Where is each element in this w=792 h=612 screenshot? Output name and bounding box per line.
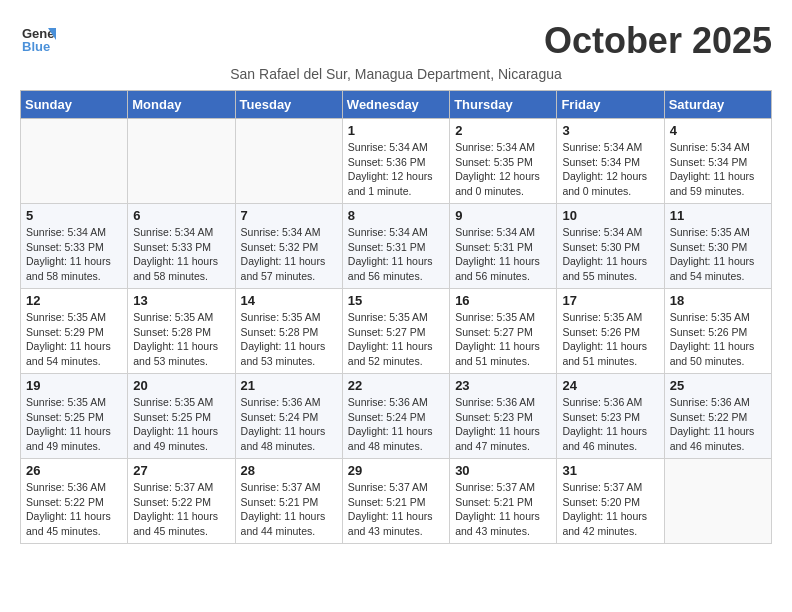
day-cell: 12Sunrise: 5:35 AM Sunset: 5:29 PM Dayli…	[21, 289, 128, 374]
week-row-3: 12Sunrise: 5:35 AM Sunset: 5:29 PM Dayli…	[21, 289, 772, 374]
day-info: Sunrise: 5:35 AM Sunset: 5:25 PM Dayligh…	[133, 395, 229, 454]
header-friday: Friday	[557, 91, 664, 119]
day-info: Sunrise: 5:35 AM Sunset: 5:28 PM Dayligh…	[133, 310, 229, 369]
day-cell: 25Sunrise: 5:36 AM Sunset: 5:22 PM Dayli…	[664, 374, 771, 459]
day-cell: 24Sunrise: 5:36 AM Sunset: 5:23 PM Dayli…	[557, 374, 664, 459]
day-cell	[664, 459, 771, 544]
day-cell: 28Sunrise: 5:37 AM Sunset: 5:21 PM Dayli…	[235, 459, 342, 544]
day-info: Sunrise: 5:34 AM Sunset: 5:34 PM Dayligh…	[670, 140, 766, 199]
week-row-1: 1Sunrise: 5:34 AM Sunset: 5:36 PM Daylig…	[21, 119, 772, 204]
day-cell: 11Sunrise: 5:35 AM Sunset: 5:30 PM Dayli…	[664, 204, 771, 289]
day-cell: 7Sunrise: 5:34 AM Sunset: 5:32 PM Daylig…	[235, 204, 342, 289]
day-cell: 6Sunrise: 5:34 AM Sunset: 5:33 PM Daylig…	[128, 204, 235, 289]
day-cell: 13Sunrise: 5:35 AM Sunset: 5:28 PM Dayli…	[128, 289, 235, 374]
week-row-5: 26Sunrise: 5:36 AM Sunset: 5:22 PM Dayli…	[21, 459, 772, 544]
day-cell: 27Sunrise: 5:37 AM Sunset: 5:22 PM Dayli…	[128, 459, 235, 544]
day-info: Sunrise: 5:35 AM Sunset: 5:26 PM Dayligh…	[562, 310, 658, 369]
day-cell: 5Sunrise: 5:34 AM Sunset: 5:33 PM Daylig…	[21, 204, 128, 289]
day-info: Sunrise: 5:34 AM Sunset: 5:34 PM Dayligh…	[562, 140, 658, 199]
svg-text:Blue: Blue	[22, 39, 50, 54]
header-thursday: Thursday	[450, 91, 557, 119]
day-info: Sunrise: 5:36 AM Sunset: 5:24 PM Dayligh…	[241, 395, 337, 454]
day-number: 1	[348, 123, 444, 138]
day-cell	[235, 119, 342, 204]
day-number: 24	[562, 378, 658, 393]
day-number: 18	[670, 293, 766, 308]
day-cell: 29Sunrise: 5:37 AM Sunset: 5:21 PM Dayli…	[342, 459, 449, 544]
day-info: Sunrise: 5:34 AM Sunset: 5:33 PM Dayligh…	[26, 225, 122, 284]
day-info: Sunrise: 5:35 AM Sunset: 5:29 PM Dayligh…	[26, 310, 122, 369]
day-number: 28	[241, 463, 337, 478]
day-cell: 2Sunrise: 5:34 AM Sunset: 5:35 PM Daylig…	[450, 119, 557, 204]
day-cell: 14Sunrise: 5:35 AM Sunset: 5:28 PM Dayli…	[235, 289, 342, 374]
day-cell: 17Sunrise: 5:35 AM Sunset: 5:26 PM Dayli…	[557, 289, 664, 374]
logo-icon: General Blue	[20, 20, 56, 56]
day-info: Sunrise: 5:34 AM Sunset: 5:31 PM Dayligh…	[348, 225, 444, 284]
day-info: Sunrise: 5:37 AM Sunset: 5:21 PM Dayligh…	[241, 480, 337, 539]
header-monday: Monday	[128, 91, 235, 119]
day-number: 20	[133, 378, 229, 393]
day-info: Sunrise: 5:37 AM Sunset: 5:21 PM Dayligh…	[455, 480, 551, 539]
day-number: 3	[562, 123, 658, 138]
page-header: General Blue October 2025	[20, 20, 772, 62]
day-number: 17	[562, 293, 658, 308]
day-number: 31	[562, 463, 658, 478]
header-row: SundayMondayTuesdayWednesdayThursdayFrid…	[21, 91, 772, 119]
header-wednesday: Wednesday	[342, 91, 449, 119]
day-cell: 22Sunrise: 5:36 AM Sunset: 5:24 PM Dayli…	[342, 374, 449, 459]
day-number: 30	[455, 463, 551, 478]
calendar-body: 1Sunrise: 5:34 AM Sunset: 5:36 PM Daylig…	[21, 119, 772, 544]
day-cell: 19Sunrise: 5:35 AM Sunset: 5:25 PM Dayli…	[21, 374, 128, 459]
day-cell: 1Sunrise: 5:34 AM Sunset: 5:36 PM Daylig…	[342, 119, 449, 204]
day-number: 2	[455, 123, 551, 138]
day-cell: 31Sunrise: 5:37 AM Sunset: 5:20 PM Dayli…	[557, 459, 664, 544]
day-cell: 21Sunrise: 5:36 AM Sunset: 5:24 PM Dayli…	[235, 374, 342, 459]
day-info: Sunrise: 5:34 AM Sunset: 5:31 PM Dayligh…	[455, 225, 551, 284]
day-number: 14	[241, 293, 337, 308]
day-info: Sunrise: 5:37 AM Sunset: 5:22 PM Dayligh…	[133, 480, 229, 539]
calendar-table: SundayMondayTuesdayWednesdayThursdayFrid…	[20, 90, 772, 544]
day-number: 29	[348, 463, 444, 478]
day-number: 26	[26, 463, 122, 478]
day-number: 22	[348, 378, 444, 393]
day-info: Sunrise: 5:34 AM Sunset: 5:36 PM Dayligh…	[348, 140, 444, 199]
day-cell: 15Sunrise: 5:35 AM Sunset: 5:27 PM Dayli…	[342, 289, 449, 374]
day-number: 11	[670, 208, 766, 223]
day-number: 10	[562, 208, 658, 223]
day-cell: 16Sunrise: 5:35 AM Sunset: 5:27 PM Dayli…	[450, 289, 557, 374]
day-info: Sunrise: 5:34 AM Sunset: 5:35 PM Dayligh…	[455, 140, 551, 199]
day-cell: 26Sunrise: 5:36 AM Sunset: 5:22 PM Dayli…	[21, 459, 128, 544]
day-number: 6	[133, 208, 229, 223]
day-info: Sunrise: 5:36 AM Sunset: 5:23 PM Dayligh…	[455, 395, 551, 454]
day-cell: 18Sunrise: 5:35 AM Sunset: 5:26 PM Dayli…	[664, 289, 771, 374]
day-number: 12	[26, 293, 122, 308]
day-info: Sunrise: 5:36 AM Sunset: 5:23 PM Dayligh…	[562, 395, 658, 454]
week-row-2: 5Sunrise: 5:34 AM Sunset: 5:33 PM Daylig…	[21, 204, 772, 289]
day-number: 4	[670, 123, 766, 138]
day-info: Sunrise: 5:35 AM Sunset: 5:28 PM Dayligh…	[241, 310, 337, 369]
header-saturday: Saturday	[664, 91, 771, 119]
day-cell: 9Sunrise: 5:34 AM Sunset: 5:31 PM Daylig…	[450, 204, 557, 289]
calendar-subtitle: San Rafael del Sur, Managua Department, …	[20, 66, 772, 82]
day-info: Sunrise: 5:35 AM Sunset: 5:27 PM Dayligh…	[455, 310, 551, 369]
day-number: 15	[348, 293, 444, 308]
day-number: 21	[241, 378, 337, 393]
day-cell: 4Sunrise: 5:34 AM Sunset: 5:34 PM Daylig…	[664, 119, 771, 204]
day-number: 19	[26, 378, 122, 393]
calendar-header: SundayMondayTuesdayWednesdayThursdayFrid…	[21, 91, 772, 119]
day-cell: 20Sunrise: 5:35 AM Sunset: 5:25 PM Dayli…	[128, 374, 235, 459]
month-title: October 2025	[544, 20, 772, 62]
day-cell: 23Sunrise: 5:36 AM Sunset: 5:23 PM Dayli…	[450, 374, 557, 459]
day-number: 23	[455, 378, 551, 393]
day-cell: 10Sunrise: 5:34 AM Sunset: 5:30 PM Dayli…	[557, 204, 664, 289]
day-info: Sunrise: 5:35 AM Sunset: 5:27 PM Dayligh…	[348, 310, 444, 369]
day-info: Sunrise: 5:34 AM Sunset: 5:30 PM Dayligh…	[562, 225, 658, 284]
day-cell	[21, 119, 128, 204]
day-number: 9	[455, 208, 551, 223]
day-info: Sunrise: 5:37 AM Sunset: 5:20 PM Dayligh…	[562, 480, 658, 539]
day-info: Sunrise: 5:34 AM Sunset: 5:32 PM Dayligh…	[241, 225, 337, 284]
day-info: Sunrise: 5:35 AM Sunset: 5:26 PM Dayligh…	[670, 310, 766, 369]
day-number: 25	[670, 378, 766, 393]
header-sunday: Sunday	[21, 91, 128, 119]
header-tuesday: Tuesday	[235, 91, 342, 119]
